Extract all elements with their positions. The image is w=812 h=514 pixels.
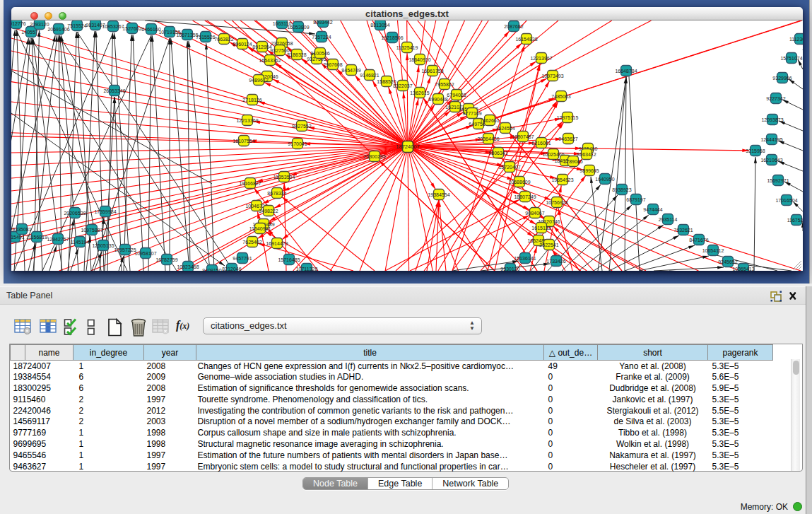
svg-text:7515526: 7515526 <box>196 35 215 40</box>
svg-text:2967608: 2967608 <box>323 62 342 67</box>
svg-text:12975115: 12975115 <box>557 115 579 120</box>
svg-text:12213369: 12213369 <box>236 118 258 123</box>
svg-text:8093442: 8093442 <box>313 21 332 25</box>
svg-text:26053346: 26053346 <box>103 88 125 93</box>
svg-text:8322037: 8322037 <box>393 83 412 88</box>
svg-text:16914479: 16914479 <box>266 241 288 246</box>
svg-text:16782759: 16782759 <box>155 257 177 262</box>
svg-text:9409150: 9409150 <box>202 268 221 271</box>
svg-text:6879197: 6879197 <box>626 197 645 202</box>
svg-text:3915491: 3915491 <box>11 235 25 240</box>
svg-text:15720407: 15720407 <box>498 165 520 170</box>
svg-text:12213967: 12213967 <box>530 56 552 61</box>
svg-text:9489612: 9489612 <box>249 78 268 83</box>
svg-text:9806341: 9806341 <box>488 151 507 156</box>
svg-text:12505135: 12505135 <box>92 243 114 248</box>
svg-text:12942757: 12942757 <box>47 237 69 242</box>
svg-text:10958107: 10958107 <box>134 251 156 256</box>
svg-text:9777169: 9777169 <box>462 111 481 116</box>
svg-text:7663822: 7663822 <box>214 37 233 42</box>
svg-text:16648784: 16648784 <box>615 69 637 74</box>
svg-text:10807487: 10807487 <box>512 134 534 139</box>
svg-text:10654112: 10654112 <box>702 248 724 253</box>
svg-text:15692971: 15692971 <box>767 178 789 183</box>
svg-text:25300295: 25300295 <box>363 154 385 159</box>
svg-text:9227342: 9227342 <box>766 96 785 101</box>
svg-text:16961758: 16961758 <box>421 69 443 74</box>
svg-text:1733426: 1733426 <box>546 259 565 264</box>
svg-text:6794028: 6794028 <box>447 93 466 98</box>
svg-text:8186328: 8186328 <box>287 52 306 57</box>
svg-text:11156819: 11156819 <box>26 235 47 240</box>
svg-text:9170041: 9170041 <box>288 141 307 146</box>
svg-text:7632621: 7632621 <box>673 228 693 233</box>
svg-text:1167533: 1167533 <box>787 218 803 223</box>
svg-text:8990448: 8990448 <box>428 97 447 102</box>
svg-text:1640950: 1640950 <box>595 177 614 182</box>
svg-text:9899695: 9899695 <box>579 168 599 173</box>
svg-text:9146821: 9146821 <box>360 73 379 78</box>
svg-text:17359934: 17359934 <box>94 209 116 214</box>
svg-text:1615132: 1615132 <box>531 226 551 230</box>
svg-text:10711328: 10711328 <box>296 267 318 271</box>
svg-text:11123056: 11123056 <box>789 37 803 42</box>
svg-text:18640910: 18640910 <box>408 57 430 62</box>
svg-text:18807249: 18807249 <box>514 194 536 199</box>
svg-text:2935114: 2935114 <box>659 217 678 222</box>
svg-text:7515524: 7515524 <box>67 23 86 28</box>
svg-text:8454749: 8454749 <box>341 68 360 73</box>
svg-text:12444195: 12444195 <box>760 137 782 142</box>
svg-text:1527602: 1527602 <box>122 26 141 31</box>
svg-text:20691406: 20691406 <box>47 27 69 32</box>
svg-text:19218506: 19218506 <box>381 35 403 40</box>
svg-text:8427552: 8427552 <box>292 124 311 129</box>
svg-text:10853267: 10853267 <box>102 24 124 29</box>
svg-text:19654923: 19654923 <box>551 177 573 182</box>
svg-text:9335081: 9335081 <box>12 227 31 232</box>
svg-text:12093873: 12093873 <box>761 117 783 122</box>
svg-text:16210643: 16210643 <box>760 158 782 163</box>
svg-text:2718126: 2718126 <box>242 98 261 103</box>
svg-text:10973493: 10973493 <box>541 74 563 78</box>
svg-text:15716485: 15716485 <box>278 257 300 262</box>
svg-text:15751074: 15751074 <box>780 56 802 61</box>
svg-text:7955812: 7955812 <box>435 82 454 87</box>
svg-text:11325419: 11325419 <box>396 45 418 50</box>
svg-text:7357224: 7357224 <box>312 35 331 40</box>
svg-text:2087682: 2087682 <box>504 24 523 29</box>
svg-text:7625402: 7625402 <box>242 240 261 245</box>
svg-text:9457791: 9457791 <box>233 256 252 261</box>
svg-text:2522541: 2522541 <box>539 243 558 247</box>
svg-text:17957225: 17957225 <box>114 247 136 252</box>
svg-text:9474444: 9474444 <box>643 207 662 212</box>
svg-text:1405571: 1405571 <box>21 30 40 35</box>
svg-text:8912954: 8912954 <box>252 45 271 49</box>
svg-text:8960124: 8960124 <box>233 42 252 47</box>
svg-text:16154838: 16154838 <box>515 37 537 42</box>
svg-text:3624554: 3624554 <box>495 126 514 131</box>
svg-text:16107554: 16107554 <box>233 139 254 144</box>
svg-text:10688609: 10688609 <box>508 180 530 185</box>
svg-text:3498222: 3498222 <box>259 209 278 214</box>
svg-text:9330120: 9330120 <box>500 267 519 271</box>
svg-text:8813054: 8813054 <box>370 23 389 28</box>
svg-text:10365413: 10365413 <box>732 267 754 271</box>
svg-text:10975887: 10975887 <box>81 228 102 233</box>
svg-text:16671355: 16671355 <box>176 33 198 37</box>
svg-text:9012776: 9012776 <box>11 21 26 26</box>
svg-text:9329966: 9329966 <box>772 76 792 81</box>
svg-text:10923468: 10923468 <box>177 264 199 269</box>
svg-text:8212046: 8212046 <box>222 267 241 271</box>
svg-text:11540991: 11540991 <box>249 226 271 231</box>
svg-text:6216001: 6216001 <box>531 141 551 146</box>
svg-text:19384554: 19384554 <box>428 192 449 197</box>
svg-text:1145194: 1145194 <box>71 240 90 245</box>
svg-text:9463627: 9463627 <box>558 136 577 141</box>
svg-text:8063412: 8063412 <box>577 152 596 157</box>
svg-text:16053809: 16053809 <box>287 25 309 30</box>
svg-text:11353594: 11353594 <box>273 175 295 180</box>
svg-text:20364436: 20364436 <box>477 136 499 141</box>
svg-text:18724007: 18724007 <box>396 144 419 150</box>
svg-text:8471676: 8471676 <box>689 238 708 243</box>
svg-text:3215958: 3215958 <box>746 148 765 153</box>
